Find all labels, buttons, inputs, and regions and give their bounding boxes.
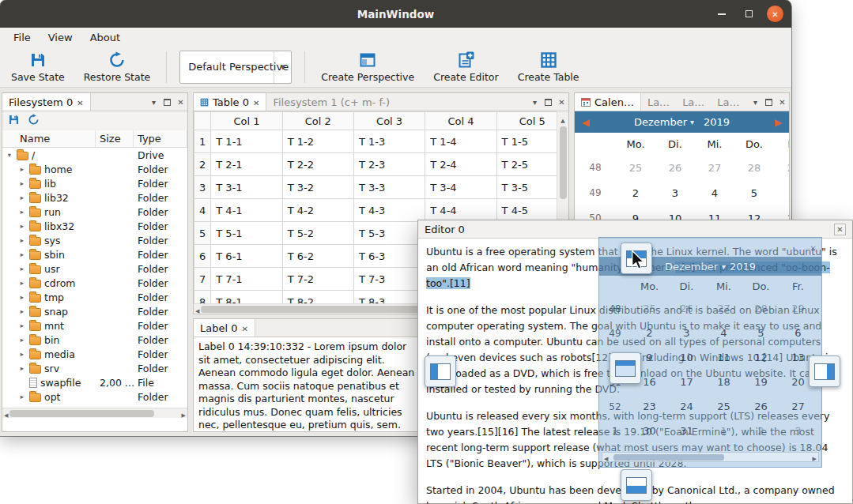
- window-titlebar[interactable]: MainWindow: [0, 0, 791, 28]
- create-editor-button[interactable]: Create Editor: [430, 50, 502, 85]
- menu-view[interactable]: View: [40, 30, 81, 45]
- tab-calendar[interactable]: Calen…: [575, 93, 641, 111]
- calendar-date-cell[interactable]: 27: [695, 162, 734, 174]
- dock-close-icon[interactable]: [174, 93, 187, 111]
- tab-filesystem-1[interactable]: Filesystem 1 (c+ m- f-): [266, 93, 396, 111]
- table-row-header[interactable]: 2: [194, 153, 211, 176]
- dock-float-button[interactable]: [762, 93, 776, 111]
- close-button[interactable]: [767, 6, 783, 22]
- scroll-left-icon[interactable]: [195, 303, 199, 314]
- tab-label-3[interactable]: La…: [711, 93, 745, 111]
- table-cell[interactable]: T 4-3: [353, 199, 425, 222]
- tree-row[interactable]: swapfile2,00 …File: [2, 375, 187, 389]
- drop-indicator-right[interactable]: [809, 355, 840, 387]
- tree-row[interactable]: ▾/Drive: [2, 148, 187, 162]
- tree-row[interactable]: ▸sysFolder: [2, 233, 187, 247]
- expander-collapsed-icon[interactable]: ▸: [18, 236, 26, 244]
- tab-label-1[interactable]: La…: [641, 93, 676, 111]
- calendar-date-cell[interactable]: 6: [774, 187, 790, 199]
- calendar-date-cell[interactable]: 3: [655, 187, 695, 199]
- drop-indicator-center[interactable]: [610, 352, 641, 384]
- tree-row[interactable]: ▸mediaFolder: [2, 347, 187, 361]
- create-perspective-button[interactable]: Create Perspective: [318, 50, 417, 85]
- dock-float-button[interactable]: [542, 93, 555, 111]
- calendar-date-cell[interactable]: 4: [695, 187, 734, 199]
- tree-row[interactable]: ▸homeFolder: [2, 162, 187, 176]
- tab-table-0[interactable]: Table 0: [194, 93, 266, 111]
- tree-row[interactable]: ▸libFolder: [2, 176, 187, 190]
- perspective-select[interactable]: Default Perspective: [179, 51, 292, 84]
- column-header-type[interactable]: Type: [134, 130, 187, 147]
- tree-row[interactable]: ▸tmpFolder: [2, 290, 187, 304]
- table-column-header[interactable]: Col 1: [211, 112, 282, 130]
- scroll-up-icon[interactable]: [560, 113, 564, 125]
- expander-collapsed-icon[interactable]: ▸: [18, 293, 26, 301]
- column-header-name[interactable]: Name: [2, 130, 96, 147]
- table-cell[interactable]: T 2-4: [425, 153, 496, 176]
- table-cell[interactable]: T 5-1: [211, 222, 282, 245]
- editor-close-button[interactable]: [834, 224, 846, 235]
- expander-collapsed-icon[interactable]: ▸: [18, 322, 26, 329]
- expander-collapsed-icon[interactable]: ▸: [18, 208, 26, 216]
- calendar-month-button[interactable]: Dezember: [634, 116, 687, 128]
- table-row-header[interactable]: 4: [194, 199, 211, 222]
- table-cell[interactable]: T 4-2: [282, 199, 353, 222]
- expander-collapsed-icon[interactable]: ▸: [18, 194, 26, 201]
- calendar-year-button[interactable]: 2019: [704, 116, 730, 128]
- save-state-button[interactable]: Save State: [8, 50, 68, 85]
- calendar-date-cell[interactable]: 2: [616, 187, 655, 199]
- table-cell[interactable]: T 7-2: [282, 268, 353, 291]
- expander-collapsed-icon[interactable]: ▸: [18, 165, 26, 173]
- tab-close-icon[interactable]: [77, 96, 83, 108]
- table-cell[interactable]: T 7-1: [211, 268, 282, 291]
- table-column-header[interactable]: Col 4: [425, 112, 496, 130]
- tab-close-icon[interactable]: [253, 96, 259, 108]
- dock-menu-icon[interactable]: [749, 93, 762, 111]
- table-cell[interactable]: T 2-2: [282, 153, 353, 176]
- table-cell[interactable]: T 4-4: [425, 199, 496, 222]
- expander-collapsed-icon[interactable]: ▸: [18, 350, 26, 358]
- save-icon[interactable]: [8, 114, 20, 128]
- expander-collapsed-icon[interactable]: ▸: [18, 250, 26, 258]
- restore-state-button[interactable]: Restore State: [81, 50, 154, 85]
- dock-close-icon[interactable]: [555, 93, 568, 111]
- tab-label-2[interactable]: La…: [676, 93, 711, 111]
- table-cell[interactable]: T 6-2: [282, 245, 353, 268]
- tree-row[interactable]: ▸libx32Folder: [2, 219, 187, 233]
- create-table-button[interactable]: Create Table: [515, 50, 583, 85]
- calendar-date-cell[interactable]: 25: [616, 162, 655, 174]
- minimize-button[interactable]: [713, 6, 730, 23]
- table-cell[interactable]: T 1-3: [353, 130, 425, 153]
- expander-expanded-icon[interactable]: ▾: [6, 151, 13, 159]
- expander-collapsed-icon[interactable]: ▸: [18, 179, 26, 187]
- table-cell[interactable]: T 5-2: [282, 222, 353, 245]
- drop-indicator-left[interactable]: [425, 355, 456, 387]
- calendar-date-cell[interactable]: 26: [655, 162, 695, 174]
- expander-collapsed-icon[interactable]: ▸: [18, 364, 26, 372]
- dock-menu-icon[interactable]: [147, 93, 160, 111]
- tree-row[interactable]: ▸sbinFolder: [2, 247, 187, 261]
- expander-collapsed-icon[interactable]: ▸: [18, 393, 26, 401]
- expander-collapsed-icon[interactable]: ▸: [18, 265, 26, 273]
- drop-indicator-bottom[interactable]: [621, 469, 652, 501]
- table-column-header[interactable]: Col 2: [282, 112, 353, 130]
- table-cell[interactable]: T 4-1: [211, 199, 282, 222]
- dock-float-button[interactable]: [160, 93, 174, 111]
- tab-filesystem-0[interactable]: Filesystem 0: [2, 93, 91, 111]
- table-cell[interactable]: T 6-1: [211, 245, 282, 268]
- dock-close-icon[interactable]: [776, 93, 789, 111]
- column-header-size[interactable]: Size: [96, 130, 134, 147]
- editor-titlebar[interactable]: Editor 0: [418, 220, 852, 239]
- scrollbar-handle[interactable]: [9, 410, 154, 417]
- table-cell[interactable]: T 3-4: [425, 176, 496, 199]
- calendar-next-button[interactable]: [775, 116, 782, 128]
- menu-file[interactable]: File: [5, 30, 40, 45]
- calendar-date-cell[interactable]: 5: [734, 187, 774, 199]
- table-cell[interactable]: T 7-3: [353, 268, 425, 291]
- calendar-date-cell[interactable]: 28: [734, 162, 774, 174]
- table-cell[interactable]: T 1-4: [425, 130, 496, 153]
- tree-row[interactable]: ▸mntFolder: [2, 318, 187, 333]
- scrollbar-handle[interactable]: [560, 126, 567, 199]
- tree-row[interactable]: ▸runFolder: [2, 205, 187, 219]
- tree-row[interactable]: ▸cdromFolder: [2, 276, 187, 290]
